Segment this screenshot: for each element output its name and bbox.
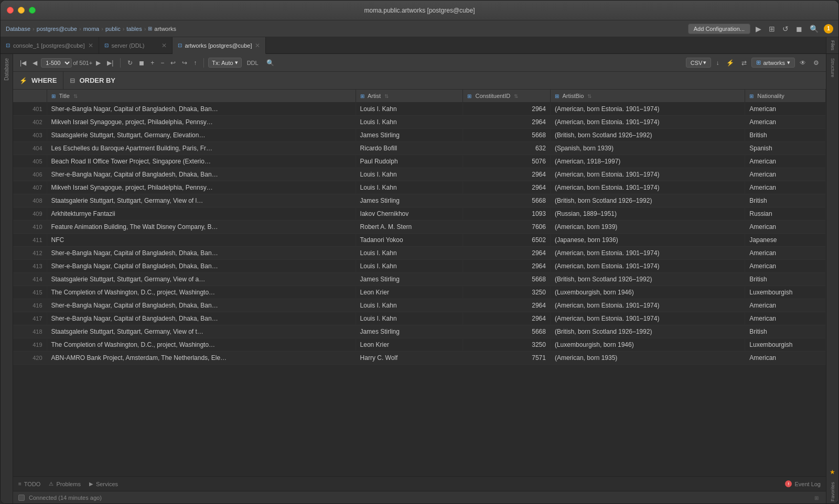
add-row-btn[interactable]: + — [148, 58, 157, 68]
table-row[interactable]: 411 NFC Tadanori Yokoo 6502 (Japanese, b… — [13, 234, 826, 247]
problems-tab[interactable]: ⚠ Problems — [49, 481, 80, 487]
cell-artist: Paul Rudolph — [356, 155, 463, 168]
table-row[interactable]: 406 Sher-e-Bangla Nagar, Capital of Bang… — [13, 168, 826, 181]
settings-btn[interactable]: ⚙ — [811, 58, 822, 68]
add-config-button[interactable]: Add Configuration... — [688, 24, 750, 34]
remove-row-btn[interactable]: − — [158, 58, 167, 68]
upload-btn[interactable]: ↑ — [191, 58, 199, 68]
data-icon[interactable]: ⊞ — [767, 24, 777, 34]
status-text: Connected (14 minutes ago) — [29, 495, 102, 501]
status-checkbox[interactable] — [18, 495, 25, 501]
favorites-side-label[interactable]: Favorites — [830, 480, 835, 503]
refresh-btn[interactable]: ↻ — [125, 58, 135, 68]
table-row[interactable]: 405 Beach Road II Office Tower Project, … — [13, 155, 826, 168]
download-btn[interactable]: ↓ — [713, 58, 722, 68]
structure-side-label[interactable]: Structure — [830, 54, 835, 82]
table-row[interactable]: 417 Sher-e-Bangla Nagar, Capital of Bang… — [13, 312, 826, 325]
filter-btn[interactable]: ⚡ — [724, 58, 737, 68]
columns-btn[interactable]: ⇄ — [739, 58, 749, 68]
stop-icon[interactable]: ◼ — [794, 24, 804, 34]
nationality-col-icon: ⊞ — [749, 93, 754, 99]
table-row[interactable]: 416 Sher-e-Bangla Nagar, Capital of Bang… — [13, 299, 826, 312]
artistbio-sort-btn[interactable]: ⇅ — [587, 93, 591, 99]
tab-server-ddl[interactable]: ⊡ server (DDL) ✕ — [99, 37, 173, 53]
table-row[interactable]: 407 Mikveh Israel Synagogue, project, Ph… — [13, 181, 826, 194]
artworks-dropdown[interactable]: ⊞ artworks ▾ — [751, 58, 795, 68]
table-row[interactable]: 401 Sher-e-Bangla Nagar, Capital of Bang… — [13, 103, 826, 116]
artworks-tab-close[interactable]: ✕ — [255, 42, 260, 49]
server-tab-close[interactable]: ✕ — [162, 42, 167, 49]
table-row[interactable]: 412 Sher-e-Bangla Nagar, Capital of Bang… — [13, 247, 826, 260]
search-btn[interactable]: 🔍 — [264, 58, 277, 68]
breadcrumb-artworks[interactable]: artworks — [154, 26, 176, 32]
first-page-btn[interactable]: |◀ — [17, 58, 29, 68]
files-panel[interactable]: Files — [826, 37, 838, 53]
col-header-nationality[interactable]: ⊞ Nationality — [745, 90, 826, 103]
breadcrumb-tables[interactable]: tables — [126, 26, 142, 32]
database-side-label[interactable]: Database — [4, 54, 9, 85]
cell-nationality: American — [745, 352, 826, 365]
eye-btn[interactable]: 👁 — [797, 58, 809, 68]
table-container[interactable]: ⊞ Title ⇅ ⊞ Artist ⇅ ⊞ Const — [13, 90, 826, 476]
breadcrumb-database[interactable]: Database — [6, 26, 30, 32]
breadcrumb-public[interactable]: public — [105, 26, 121, 32]
tx-select[interactable]: Tx: Auto ▾ — [208, 58, 241, 68]
col-header-title[interactable]: ⊞ Title ⇅ — [47, 90, 356, 103]
table-row[interactable]: 413 Sher-e-Bangla Nagar, Capital of Bang… — [13, 260, 826, 273]
tab-console[interactable]: ⊡ console_1 [postgres@cube] ✕ — [1, 37, 99, 53]
run-icon[interactable]: ▶ — [754, 24, 763, 34]
event-log-btn[interactable]: ! Event Log — [785, 480, 821, 487]
table-row[interactable]: 415 The Completion of Washington, D.C., … — [13, 286, 826, 299]
console-tab-close[interactable]: ✕ — [88, 42, 93, 49]
col-header-artistbio[interactable]: ⊞ ArtistBio ⇅ — [550, 90, 745, 103]
col-header-artist[interactable]: ⊞ Artist ⇅ — [356, 90, 463, 103]
csv-btn[interactable]: CSV ▾ — [686, 58, 712, 68]
cell-artist: Louis I. Kahn — [356, 299, 463, 312]
maximize-button[interactable] — [29, 7, 36, 14]
page-range-select[interactable]: 1-500 — [41, 58, 72, 68]
todo-tab[interactable]: ≡ TODO — [18, 481, 40, 487]
undo-btn[interactable]: ↩ — [168, 58, 178, 68]
minimize-button[interactable] — [18, 7, 25, 14]
table-row[interactable]: 404 Les Eschelles du Baroque Apartment B… — [13, 142, 826, 155]
col-header-constituent[interactable]: ⊞ ConstituentID ⇅ — [463, 90, 550, 103]
artist-sort-btn[interactable]: ⇅ — [384, 93, 389, 99]
page-indicator: 1-500 of 501+ — [41, 58, 92, 68]
table-row[interactable]: 419 The Completion of Washington, D.C., … — [13, 338, 826, 352]
table-row[interactable]: 409 Arkhitekturnye Fantazii Iakov Cherni… — [13, 207, 826, 221]
tab-artworks[interactable]: ⊡ artworks [postgres@cube] ✕ — [173, 37, 266, 54]
next-page-btn[interactable]: ▶ — [93, 58, 103, 68]
last-page-btn[interactable]: ▶| — [104, 58, 116, 68]
favorites-star[interactable]: ★ — [830, 464, 835, 480]
redo-btn[interactable]: ↪ — [179, 58, 190, 68]
table-row[interactable]: 410 Feature Animation Building, The Walt… — [13, 221, 826, 234]
constituent-col-icon: ⊞ — [467, 93, 471, 99]
table-row[interactable]: 402 Mikveh Israel Synagogue, project, Ph… — [13, 116, 826, 129]
col-title-label: Title — [59, 93, 69, 99]
breadcrumb-moma[interactable]: moma — [83, 26, 100, 32]
breadcrumb-server[interactable]: postgres@cube — [37, 26, 77, 32]
artworks-tab-icon: ⊡ — [178, 42, 182, 48]
close-button[interactable] — [7, 7, 14, 14]
table-row[interactable]: 418 Staatsgalerie Stuttgart, Stuttgart, … — [13, 325, 826, 338]
refresh-icon[interactable]: ↺ — [780, 24, 791, 34]
table-row[interactable]: 403 Staatsgalerie Stuttgart, Stuttgart, … — [13, 129, 826, 142]
cell-rownum: 417 — [13, 312, 47, 325]
prev-page-btn[interactable]: ◀ — [30, 58, 40, 68]
cell-nationality: American — [745, 116, 826, 129]
left-side-panel: Database — [1, 54, 13, 503]
title-sort-btn[interactable]: ⇅ — [73, 93, 78, 99]
bottom-bar: ≡ TODO ⚠ Problems ▶ Services ! Event Log — [13, 476, 826, 491]
search-icon[interactable]: 🔍 — [808, 24, 821, 34]
col-artist-label: Artist — [368, 93, 381, 99]
cell-constituent: 2964 — [463, 181, 550, 194]
table-row[interactable]: 420 ABN-AMRO Bank Project, Amsterdam, Th… — [13, 352, 826, 365]
constituent-sort-btn[interactable]: ⇅ — [514, 93, 518, 99]
services-tab[interactable]: ▶ Services — [89, 481, 118, 487]
right-side-panel: Structure ★ Favorites — [826, 54, 838, 503]
ddl-btn[interactable]: DDL — [244, 59, 262, 67]
stop-btn[interactable]: ◼ — [136, 58, 147, 68]
table-row[interactable]: 408 Staatsgalerie Stuttgart, Stuttgart, … — [13, 194, 826, 207]
cell-nationality: British — [745, 194, 826, 207]
table-row[interactable]: 414 Staatsgalerie Stuttgart, Stuttgart, … — [13, 273, 826, 286]
